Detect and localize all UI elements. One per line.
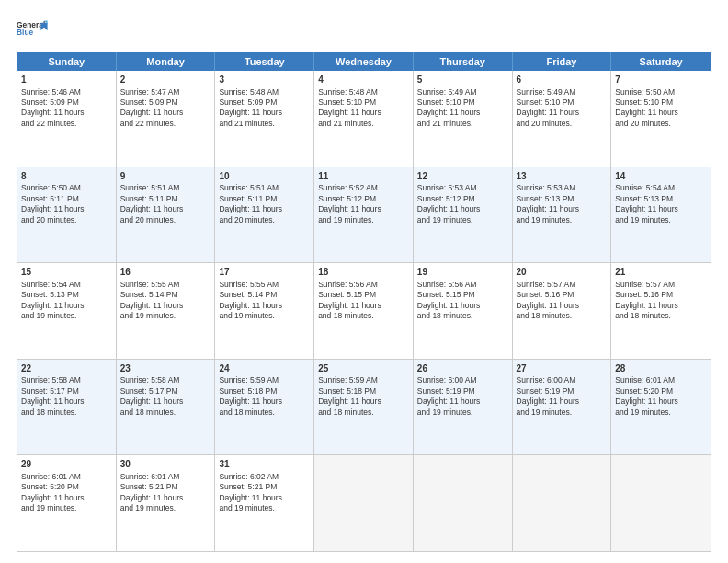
day-cell-26: 26Sunrise: 6:00 AM Sunset: 5:19 PM Dayli… <box>414 360 513 455</box>
day-cell-1: 1Sunrise: 5:46 AM Sunset: 5:09 PM Daylig… <box>17 71 117 167</box>
day-number: 11 <box>318 170 409 183</box>
calendar-week-2: 8Sunrise: 5:50 AM Sunset: 5:11 PM Daylig… <box>17 167 711 264</box>
day-number: 3 <box>219 74 310 86</box>
day-cell-22: 22Sunrise: 5:58 AM Sunset: 5:17 PM Dayli… <box>17 360 117 455</box>
day-info: Sunrise: 5:48 AM Sunset: 5:10 PM Dayligh… <box>318 87 381 128</box>
empty-cell <box>611 455 711 551</box>
day-cell-5: 5Sunrise: 5:49 AM Sunset: 5:10 PM Daylig… <box>414 71 513 167</box>
day-cell-19: 19Sunrise: 5:56 AM Sunset: 5:15 PM Dayli… <box>414 263 513 359</box>
day-cell-10: 10Sunrise: 5:51 AM Sunset: 5:11 PM Dayli… <box>215 167 314 263</box>
day-cell-3: 3Sunrise: 5:48 AM Sunset: 5:09 PM Daylig… <box>215 71 314 167</box>
calendar-body: 1Sunrise: 5:46 AM Sunset: 5:09 PM Daylig… <box>17 71 711 551</box>
day-cell-9: 9Sunrise: 5:51 AM Sunset: 5:11 PM Daylig… <box>117 167 216 263</box>
day-info: Sunrise: 5:55 AM Sunset: 5:14 PM Dayligh… <box>120 280 184 320</box>
day-number: 9 <box>120 170 211 183</box>
header-cell-saturday: Saturday <box>611 52 711 71</box>
day-info: Sunrise: 5:57 AM Sunset: 5:16 PM Dayligh… <box>517 280 580 320</box>
day-number: 13 <box>517 170 608 183</box>
day-info: Sunrise: 6:01 AM Sunset: 5:20 PM Dayligh… <box>615 375 678 416</box>
day-cell-18: 18Sunrise: 5:56 AM Sunset: 5:15 PM Dayli… <box>314 263 414 359</box>
day-number: 18 <box>318 266 409 279</box>
day-info: Sunrise: 6:00 AM Sunset: 5:19 PM Dayligh… <box>517 375 580 416</box>
calendar-week-4: 22Sunrise: 5:58 AM Sunset: 5:17 PM Dayli… <box>17 360 711 456</box>
svg-text:Blue: Blue <box>17 28 34 37</box>
day-number: 17 <box>219 266 310 279</box>
day-cell-2: 2Sunrise: 5:47 AM Sunset: 5:09 PM Daylig… <box>117 71 216 167</box>
day-info: Sunrise: 6:02 AM Sunset: 5:21 PM Dayligh… <box>219 472 282 512</box>
day-number: 19 <box>417 266 508 279</box>
day-number: 14 <box>615 170 707 183</box>
calendar-week-5: 29Sunrise: 6:01 AM Sunset: 5:20 PM Dayli… <box>17 455 711 551</box>
day-number: 28 <box>615 362 707 375</box>
day-info: Sunrise: 5:50 AM Sunset: 5:11 PM Dayligh… <box>21 183 85 224</box>
day-info: Sunrise: 5:59 AM Sunset: 5:18 PM Dayligh… <box>219 375 282 416</box>
day-number: 21 <box>615 266 707 279</box>
day-number: 8 <box>21 170 112 183</box>
day-cell-28: 28Sunrise: 6:01 AM Sunset: 5:20 PM Dayli… <box>611 360 711 455</box>
day-number: 7 <box>615 74 707 86</box>
logo-icon: General Blue <box>17 17 50 42</box>
day-number: 6 <box>517 74 608 86</box>
day-info: Sunrise: 6:01 AM Sunset: 5:21 PM Dayligh… <box>120 472 184 512</box>
empty-cell <box>513 455 612 551</box>
day-cell-12: 12Sunrise: 5:53 AM Sunset: 5:12 PM Dayli… <box>414 167 513 263</box>
day-cell-29: 29Sunrise: 6:01 AM Sunset: 5:20 PM Dayli… <box>17 455 117 551</box>
day-info: Sunrise: 5:54 AM Sunset: 5:13 PM Dayligh… <box>615 183 678 224</box>
day-cell-4: 4Sunrise: 5:48 AM Sunset: 5:10 PM Daylig… <box>314 71 414 167</box>
day-info: Sunrise: 5:50 AM Sunset: 5:10 PM Dayligh… <box>615 87 678 128</box>
day-cell-7: 7Sunrise: 5:50 AM Sunset: 5:10 PM Daylig… <box>611 71 711 167</box>
logo: General Blue <box>17 17 50 44</box>
day-info: Sunrise: 5:49 AM Sunset: 5:10 PM Dayligh… <box>417 87 481 128</box>
header-cell-thursday: Thursday <box>414 52 513 71</box>
day-cell-17: 17Sunrise: 5:55 AM Sunset: 5:14 PM Dayli… <box>215 263 314 359</box>
day-info: Sunrise: 5:56 AM Sunset: 5:15 PM Dayligh… <box>417 280 481 320</box>
day-info: Sunrise: 5:47 AM Sunset: 5:09 PM Dayligh… <box>120 87 184 128</box>
day-cell-30: 30Sunrise: 6:01 AM Sunset: 5:21 PM Dayli… <box>117 455 216 551</box>
day-number: 27 <box>517 362 608 375</box>
day-cell-11: 11Sunrise: 5:52 AM Sunset: 5:12 PM Dayli… <box>314 167 414 263</box>
day-cell-24: 24Sunrise: 5:59 AM Sunset: 5:18 PM Dayli… <box>215 360 314 455</box>
day-info: Sunrise: 6:00 AM Sunset: 5:19 PM Dayligh… <box>417 375 481 416</box>
header-cell-friday: Friday <box>513 52 612 71</box>
day-info: Sunrise: 5:48 AM Sunset: 5:09 PM Dayligh… <box>219 87 282 128</box>
svg-marker-2 <box>40 23 47 30</box>
day-info: Sunrise: 5:58 AM Sunset: 5:17 PM Dayligh… <box>21 375 85 416</box>
day-number: 23 <box>120 362 211 375</box>
day-number: 16 <box>120 266 211 279</box>
day-number: 15 <box>21 266 112 279</box>
day-info: Sunrise: 5:51 AM Sunset: 5:11 PM Dayligh… <box>219 183 282 224</box>
calendar-header: SundayMondayTuesdayWednesdayThursdayFrid… <box>17 52 711 71</box>
day-info: Sunrise: 5:52 AM Sunset: 5:12 PM Dayligh… <box>318 183 381 224</box>
day-number: 20 <box>517 266 608 279</box>
day-number: 31 <box>219 458 310 471</box>
header-cell-wednesday: Wednesday <box>314 52 414 71</box>
day-number: 5 <box>417 74 508 86</box>
day-cell-25: 25Sunrise: 5:59 AM Sunset: 5:18 PM Dayli… <box>314 360 414 455</box>
empty-cell <box>314 455 414 551</box>
day-info: Sunrise: 5:55 AM Sunset: 5:14 PM Dayligh… <box>219 280 282 320</box>
day-number: 25 <box>318 362 409 375</box>
day-info: Sunrise: 5:53 AM Sunset: 5:13 PM Dayligh… <box>517 183 580 224</box>
calendar-week-3: 15Sunrise: 5:54 AM Sunset: 5:13 PM Dayli… <box>17 263 711 360</box>
calendar: SundayMondayTuesdayWednesdayThursdayFrid… <box>17 52 711 552</box>
day-number: 12 <box>417 170 508 183</box>
day-info: Sunrise: 5:46 AM Sunset: 5:09 PM Dayligh… <box>21 87 85 128</box>
day-info: Sunrise: 5:49 AM Sunset: 5:10 PM Dayligh… <box>517 87 580 128</box>
day-number: 2 <box>120 74 211 86</box>
header-cell-tuesday: Tuesday <box>215 52 314 71</box>
day-number: 10 <box>219 170 310 183</box>
day-cell-27: 27Sunrise: 6:00 AM Sunset: 5:19 PM Dayli… <box>513 360 612 455</box>
page: General Blue SundayMondayTuesdayWednesda… <box>0 0 728 563</box>
day-cell-20: 20Sunrise: 5:57 AM Sunset: 5:16 PM Dayli… <box>513 263 612 359</box>
day-cell-15: 15Sunrise: 5:54 AM Sunset: 5:13 PM Dayli… <box>17 263 117 359</box>
day-info: Sunrise: 5:58 AM Sunset: 5:17 PM Dayligh… <box>120 375 184 416</box>
day-cell-23: 23Sunrise: 5:58 AM Sunset: 5:17 PM Dayli… <box>117 360 216 455</box>
day-number: 24 <box>219 362 310 375</box>
day-number: 22 <box>21 362 112 375</box>
day-cell-21: 21Sunrise: 5:57 AM Sunset: 5:16 PM Dayli… <box>611 263 711 359</box>
day-number: 26 <box>417 362 508 375</box>
day-number: 29 <box>21 458 112 471</box>
day-info: Sunrise: 6:01 AM Sunset: 5:20 PM Dayligh… <box>21 472 85 512</box>
day-number: 1 <box>21 74 112 86</box>
day-info: Sunrise: 5:56 AM Sunset: 5:15 PM Dayligh… <box>318 280 381 320</box>
